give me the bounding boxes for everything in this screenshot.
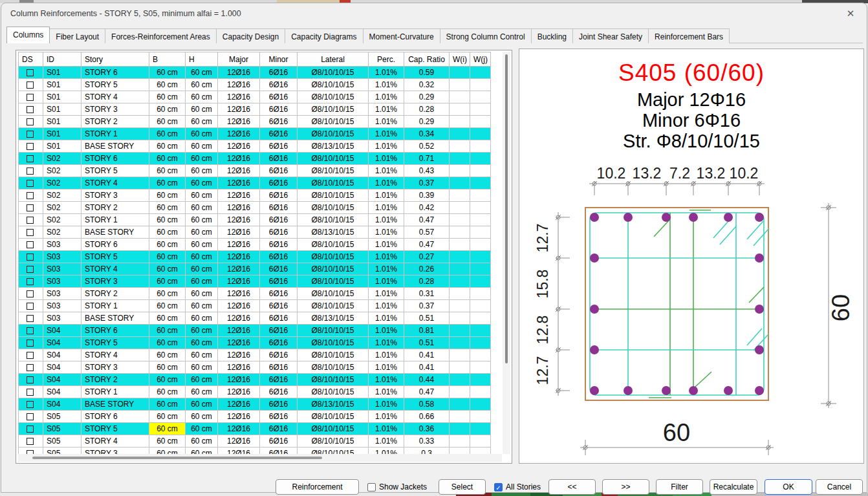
row-checkbox[interactable] — [27, 352, 34, 359]
close-icon[interactable]: ✕ — [843, 7, 858, 20]
row-checkbox[interactable] — [27, 143, 34, 150]
row-checkbox[interactable] — [27, 426, 34, 433]
table-row[interactable]: S04STORY 160 cm60 cm12Ø166Ø16Ø8/10/10/15… — [19, 386, 491, 398]
show-jackets-checkbox-box[interactable] — [367, 483, 376, 491]
row-checkbox[interactable] — [27, 180, 34, 187]
row-checkbox[interactable] — [27, 229, 34, 236]
table-row[interactable]: S01BASE STORY60 cm60 cm12Ø166Ø16Ø8/13/10… — [19, 140, 491, 153]
header-wi[interactable]: W(i) — [450, 52, 470, 67]
header-h[interactable]: H — [186, 52, 218, 67]
tab-strong-column-control[interactable]: Strong Column Control — [440, 28, 532, 43]
table-row[interactable]: S03BASE STORY60 cm60 cm12Ø166Ø16Ø8/13/10… — [19, 312, 491, 325]
header-ds[interactable]: DS — [19, 52, 43, 67]
ok-button[interactable]: OK — [765, 479, 812, 495]
table-row[interactable]: S01STORY 660 cm60 cm12Ø166Ø16Ø8/10/10/15… — [19, 67, 491, 79]
row-checkbox[interactable] — [27, 155, 34, 162]
show-jackets-checkbox[interactable]: Show Jackets — [367, 479, 427, 495]
tab-joint-shear-safety[interactable]: Joint Shear Safety — [572, 28, 649, 43]
table-row[interactable]: S02STORY 260 cm60 cm12Ø166Ø16Ø8/10/10/15… — [19, 202, 491, 214]
cancel-button[interactable]: Cancel — [816, 479, 863, 495]
row-checkbox[interactable] — [27, 364, 34, 371]
header-lateral[interactable]: Lateral — [298, 52, 369, 67]
table-row[interactable]: S02STORY 360 cm60 cm12Ø166Ø16Ø8/10/10/15… — [19, 189, 491, 202]
row-checkbox[interactable] — [27, 266, 34, 273]
row-checkbox[interactable] — [27, 376, 34, 383]
row-checkbox[interactable] — [27, 241, 34, 248]
table-row[interactable]: S01STORY 160 cm60 cm12Ø166Ø16Ø8/10/10/15… — [19, 128, 491, 140]
table-row[interactable]: S03STORY 560 cm60 cm12Ø166Ø16Ø8/10/10/15… — [19, 251, 491, 263]
table-row[interactable]: S04STORY 660 cm60 cm12Ø166Ø16Ø8/10/10/15… — [19, 325, 491, 337]
row-checkbox[interactable] — [27, 81, 34, 89]
all-stories-checkbox-box[interactable]: ✓ — [494, 483, 503, 491]
table-row[interactable]: S01STORY 360 cm60 cm12Ø166Ø16Ø8/10/10/15… — [19, 103, 491, 116]
row-checkbox[interactable] — [27, 278, 34, 285]
table-row[interactable]: S03STORY 660 cm60 cm12Ø166Ø16Ø8/10/10/15… — [19, 239, 491, 251]
select-button[interactable]: Select — [439, 479, 486, 495]
table-row[interactable]: S01STORY 560 cm60 cm12Ø166Ø16Ø8/10/10/15… — [19, 79, 491, 91]
table-row[interactable]: S04STORY 460 cm60 cm12Ø166Ø16Ø8/10/10/15… — [19, 349, 491, 361]
table-row[interactable]: S01STORY 260 cm60 cm12Ø166Ø16Ø8/10/10/15… — [19, 116, 491, 128]
tab-fiber-layout[interactable]: Fiber Layout — [49, 28, 105, 43]
row-checkbox[interactable] — [27, 69, 34, 76]
table-row[interactable]: S04STORY 260 cm60 cm12Ø166Ø16Ø8/10/10/15… — [19, 374, 491, 386]
next-button[interactable]: >> — [602, 479, 649, 495]
row-checkbox[interactable] — [27, 389, 34, 396]
filter-button[interactable]: Filter — [656, 479, 703, 495]
table-row[interactable]: S02STORY 660 cm60 cm12Ø166Ø16Ø8/10/10/15… — [19, 153, 491, 165]
header-story[interactable]: Story — [81, 52, 149, 67]
table-row[interactable]: S05STORY 560 cm60 cm12Ø166Ø16Ø8/10/10/15… — [19, 423, 491, 435]
table-row[interactable]: S03STORY 260 cm60 cm12Ø166Ø16Ø8/10/10/15… — [19, 288, 491, 300]
row-checkbox[interactable] — [27, 131, 34, 138]
table-row[interactable]: S01STORY 460 cm60 cm12Ø166Ø16Ø8/10/10/15… — [19, 91, 491, 103]
row-checkbox[interactable] — [27, 438, 34, 445]
row-checkbox[interactable] — [27, 413, 34, 420]
header-minor[interactable]: Minor — [260, 52, 298, 67]
table-row[interactable]: S05STORY 460 cm60 cm12Ø166Ø16Ø8/10/10/15… — [19, 435, 491, 447]
table-row[interactable]: S02STORY 560 cm60 cm12Ø166Ø16Ø8/10/10/15… — [19, 165, 491, 177]
table-row[interactable]: S03STORY 160 cm60 cm12Ø166Ø16Ø8/10/10/15… — [19, 300, 491, 312]
table-row[interactable]: S03STORY 460 cm60 cm12Ø166Ø16Ø8/10/10/15… — [19, 263, 491, 275]
table-row[interactable]: S02STORY 460 cm60 cm12Ø166Ø16Ø8/10/10/15… — [19, 177, 491, 189]
table-row[interactable]: S04STORY 560 cm60 cm12Ø166Ø16Ø8/10/10/15… — [19, 337, 491, 349]
header-b[interactable]: B — [149, 52, 186, 67]
previous-button[interactable]: << — [548, 479, 596, 495]
tab-capacity-diagrams[interactable]: Capacity Diagrams — [285, 28, 363, 43]
row-checkbox[interactable] — [27, 106, 34, 113]
row-checkbox[interactable] — [27, 401, 34, 408]
horizontal-scrollbar[interactable] — [18, 454, 502, 462]
table-row[interactable]: S03STORY 360 cm60 cm12Ø166Ø16Ø8/10/10/15… — [19, 275, 491, 288]
tab-forces-reinforcement-areas[interactable]: Forces-Reinforcement Areas — [105, 28, 217, 43]
header-major[interactable]: Major — [218, 52, 260, 67]
header-cap-ratio[interactable]: Cap. Ratio — [404, 52, 450, 67]
table-row[interactable]: S02STORY 160 cm60 cm12Ø166Ø16Ø8/10/10/15… — [19, 214, 491, 226]
table-row[interactable]: S04STORY 360 cm60 cm12Ø166Ø16Ø8/10/10/15… — [19, 361, 491, 374]
vertical-scrollbar[interactable] — [503, 52, 510, 454]
row-checkbox[interactable] — [27, 340, 34, 347]
tab-buckling[interactable]: Buckling — [531, 28, 573, 43]
header-perc[interactable]: Perc. — [369, 52, 404, 67]
reinforcement-calculator-button[interactable]: Reinforcement Calculator — [276, 479, 359, 495]
vertical-scrollbar-thumb[interactable] — [505, 54, 508, 363]
horizontal-scrollbar-thumb[interactable] — [32, 457, 322, 459]
header-wj[interactable]: W(j) — [470, 52, 491, 67]
row-checkbox[interactable] — [27, 327, 34, 334]
row-checkbox[interactable] — [27, 315, 34, 322]
row-checkbox[interactable] — [27, 94, 34, 101]
row-checkbox[interactable] — [27, 253, 34, 261]
all-stories-checkbox[interactable]: ✓ All Stories — [494, 479, 541, 495]
tab-columns[interactable]: Columns — [6, 27, 50, 43]
table-row[interactable]: S05STORY 660 cm60 cm12Ø166Ø16Ø8/10/10/15… — [19, 411, 491, 423]
header-id[interactable]: ID — [43, 52, 81, 67]
tab-reinforcement-bars[interactable]: Reinforcement Bars — [648, 28, 730, 43]
row-checkbox[interactable] — [27, 167, 34, 175]
table-row[interactable]: S02BASE STORY60 cm60 cm12Ø166Ø16Ø8/13/10… — [19, 226, 491, 239]
row-checkbox[interactable] — [27, 204, 34, 211]
table-row[interactable]: S04BASE STORY60 cm60 cm12Ø166Ø16Ø8/13/10… — [19, 398, 491, 411]
row-checkbox[interactable] — [27, 303, 34, 310]
row-checkbox[interactable] — [27, 217, 34, 224]
recalculate-button[interactable]: Recalculate — [710, 479, 757, 495]
tab-moment-curvature[interactable]: Moment-Curvature — [363, 28, 440, 43]
row-checkbox[interactable] — [27, 290, 34, 297]
tab-capacity-design[interactable]: Capacity Design — [216, 28, 285, 43]
row-checkbox[interactable] — [27, 192, 34, 199]
